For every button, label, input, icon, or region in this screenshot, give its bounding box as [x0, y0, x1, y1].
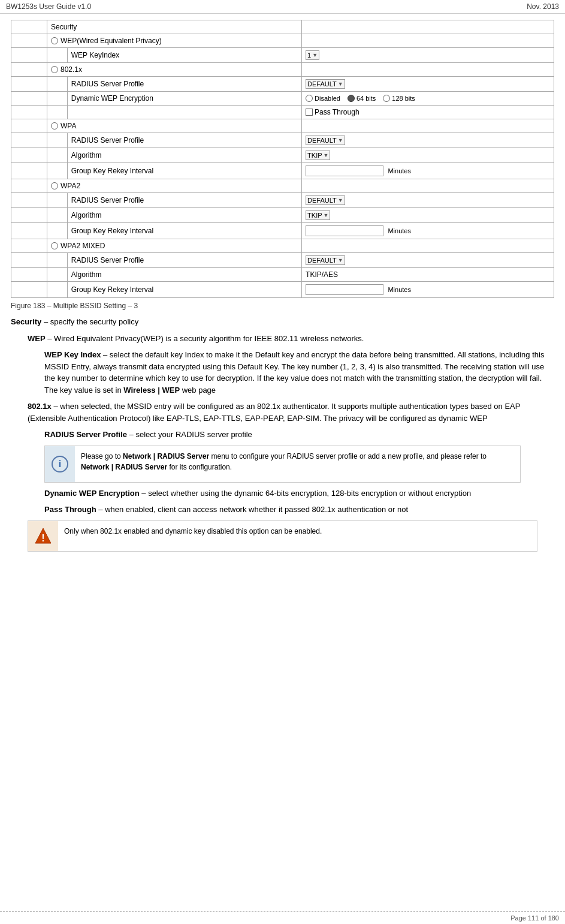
radius4-select[interactable]: DEFAULT ▼ [306, 255, 345, 265]
cell-empty [11, 193, 47, 208]
cell-wpa2-radio: WPA2 [47, 179, 302, 193]
passthrough-item: Pass Through [306, 108, 550, 116]
cell-gkri1-input: Minutes [302, 163, 554, 179]
cell-empty [11, 239, 47, 253]
cell-empty [11, 63, 47, 77]
cell-security-label: Security [47, 20, 302, 34]
dot1x-title: 802.1x [28, 402, 52, 411]
cell-empty [47, 282, 68, 298]
radius1-select-val: DEFAULT [307, 80, 337, 88]
cell-empty [11, 148, 47, 163]
wpa2mixed-radio-label: WPA2 MIXED [61, 242, 105, 250]
cell-empty [11, 133, 47, 148]
algo2-select[interactable]: TKIP ▼ [306, 210, 330, 220]
radius3-label: RADIUS Server Profile [71, 196, 144, 204]
cell-empty [11, 34, 47, 48]
passthrough-desc: – when enabled, client can access networ… [96, 505, 408, 514]
passthrough-label: Pass Through [315, 108, 359, 116]
minutes1-label: Minutes [388, 167, 411, 174]
wep-title: WEP [28, 334, 46, 343]
cell-empty [302, 239, 554, 253]
gkri1-label: Group Key Rekey Interval [71, 167, 153, 175]
note-icon-area: i [45, 446, 75, 482]
cell-empty [11, 163, 47, 179]
radius2-label: RADIUS Server Profile [71, 136, 144, 145]
table-row-radius2: RADIUS Server Profile DEFAULT ▼ [11, 133, 554, 148]
cell-empty [47, 48, 68, 63]
cell-8021x-radio: 802.1x [47, 63, 302, 77]
algo3-label: Algorithm [71, 270, 102, 279]
security-title: Security [11, 317, 41, 326]
table-row-wpa2mixed: WPA2 MIXED [11, 239, 554, 253]
radius2-select-val: DEFAULT [307, 137, 337, 144]
cell-empty [11, 20, 47, 34]
radius-desc: – select your RADIUS server profile [127, 430, 252, 439]
wepkey-link: Wireless | WEP [123, 386, 180, 395]
page-number: Page 111 of 180 [510, 914, 559, 922]
radio-8021x[interactable] [51, 66, 58, 73]
wpa2-radio-label: WPA2 [61, 182, 80, 190]
radius2-select[interactable]: DEFAULT ▼ [306, 136, 345, 145]
radius4-label: RADIUS Server Profile [71, 256, 144, 264]
algo2-select-val: TKIP [307, 212, 322, 219]
cell-radius1-label: RADIUS Server Profile [67, 77, 301, 92]
table-row-wep: WEP(Wired Equivalent Privacy) [11, 34, 554, 48]
algo1-select-arrow: ▼ [324, 152, 329, 158]
warning-icon: ! [34, 527, 52, 545]
security-para: Security – specify the security policy [11, 316, 554, 328]
radio-disabled[interactable] [306, 95, 313, 102]
radius-title: RADIUS Server Profile [44, 430, 127, 439]
radio-128bits[interactable] [383, 95, 390, 102]
info-icon: i [52, 456, 68, 472]
dynwep-disabled-item: Disabled [306, 95, 340, 102]
radius3-select-arrow: ▼ [338, 197, 343, 203]
header-title-right: Nov. 2013 [527, 2, 559, 11]
wep-para: WEP – Wired Equivalent Privacy(WEP) is a… [28, 333, 554, 345]
algo1-select[interactable]: TKIP ▼ [306, 151, 330, 160]
checkbox-passthrough[interactable] [306, 109, 313, 116]
cell-empty [47, 148, 68, 163]
radius3-select[interactable]: DEFAULT ▼ [306, 195, 345, 205]
cell-passthrough: Pass Through [302, 106, 554, 119]
radio-wep[interactable] [51, 37, 58, 44]
radio-wpa2[interactable] [51, 182, 58, 189]
cell-wepkey-label: WEP KeyIndex [67, 48, 301, 63]
gkri1-input[interactable] [306, 165, 383, 176]
cell-empty [47, 253, 68, 268]
wepkey-suffix: web page [180, 386, 216, 395]
gkri3-input[interactable] [306, 284, 383, 295]
cell-empty [11, 223, 47, 239]
cell-empty [302, 63, 554, 77]
cell-empty [302, 34, 554, 48]
wepkey-para: WEP Key Index – select the default key I… [44, 349, 554, 396]
warn-content: Only when 802.1x enabled and dynamic key… [58, 521, 328, 551]
cell-empty [11, 282, 47, 298]
warn-icon-area: ! [28, 521, 58, 551]
algo3-value: TKIP/AES [306, 270, 338, 279]
table-row-passthrough: Pass Through [11, 106, 554, 119]
radio-64bits[interactable] [348, 95, 355, 102]
cell-gkri2-label: Group Key Rekey Interval [67, 223, 301, 239]
cell-empty [11, 208, 47, 223]
radio-wpa[interactable] [51, 122, 58, 130]
wepkey-select[interactable]: 1 ▼ [306, 50, 319, 60]
table-row-wepkey: WEP KeyIndex 1 ▼ [11, 48, 554, 63]
table-row-algo3: Algorithm TKIP/AES [11, 268, 554, 282]
table-row-dynwep: Dynamic WEP Encryption Disabled 64 bits … [11, 92, 554, 106]
cell-empty [47, 106, 68, 119]
radius1-select[interactable]: DEFAULT ▼ [306, 79, 345, 89]
algo1-label: Algorithm [71, 151, 102, 159]
cell-empty [47, 223, 68, 239]
wepkey-select-arrow: ▼ [312, 52, 318, 58]
gkri2-input[interactable] [306, 225, 383, 236]
note-bold1: Network | RADIUS Server [123, 452, 209, 461]
security-label: Security [51, 23, 77, 31]
wep-radio-label: WEP(Wired Equivalent Privacy) [61, 37, 162, 45]
wpa-radio-label: WPA [61, 122, 76, 130]
radio-wpa2mixed[interactable] [51, 242, 58, 249]
table-row-algo1: Algorithm TKIP ▼ [11, 148, 554, 163]
dynwep-radio-group: Disabled 64 bits 128 bits [306, 95, 550, 102]
table-row-8021x: 802.1x [11, 63, 554, 77]
radius3-select-val: DEFAULT [307, 197, 337, 204]
cell-algo2-label: Algorithm [67, 208, 301, 223]
